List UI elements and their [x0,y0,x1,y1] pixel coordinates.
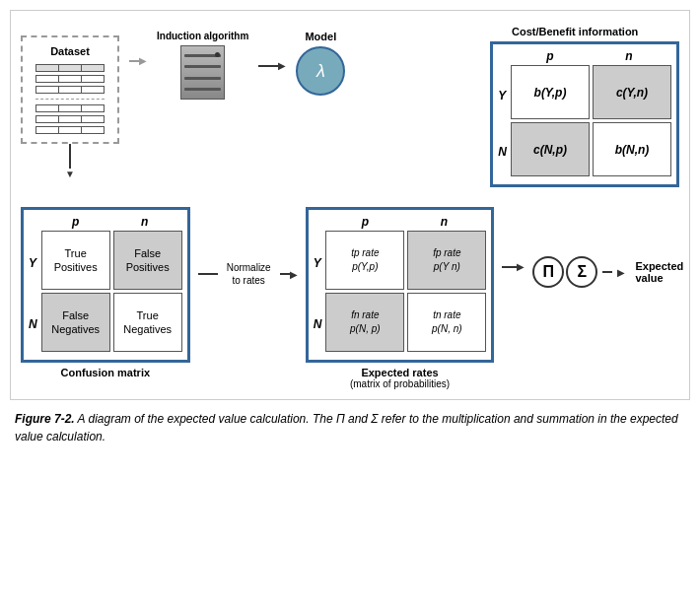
er-tp-prob: p(Y,p) [352,260,378,274]
cb-matrix: Y N p n b(Y,p) c(Y,n) c(N,p) [490,41,679,187]
er-row-1: tp rate p(Y,p) fp rate p(Y n) [325,231,486,290]
cm-row-labels: Y N [29,215,37,355]
dataset-data-row-2 [35,86,105,94]
cb-cell-np: c(N,p) [511,122,590,176]
server-line-3 [184,77,221,80]
er-cell-tp: tp rate p(Y,p) [325,231,404,290]
dataset-box: Dataset [21,35,119,144]
figure-caption: Figure 7-2. A diagram of the expected va… [10,410,690,445]
er-row-labels: Y N [314,215,322,355]
dataset-header-row [35,64,105,72]
er-tp-rate: tp rate [351,246,379,260]
cm-container: Y N p n True Positives False Positives [29,215,182,355]
cb-section: Cost/Benefit information Y N p n b(Y,p) [470,26,679,187]
dataset-data-row-4 [35,115,105,123]
cm-col-labels: p n [41,215,182,229]
cb-row-labels: Y N [498,49,507,179]
cm-row-n: N [29,298,37,352]
confusion-section: Y N p n True Positives False Positives [21,207,190,378]
cb-row-2: c(N,p) b(N,n) [511,122,671,176]
cb-col-p: p [511,49,590,63]
cm-cell-tn: True Negatives [113,293,182,352]
er-subtitle: (matrix of probabilities) [350,378,450,389]
cb-row-label-y: Y [498,68,507,122]
dataset-data-row-5 [35,126,105,134]
cb-col-labels: p n [511,49,671,63]
cb-matrix-container: Y N p n b(Y,p) c(Y,n) c(N,p) [498,49,671,179]
model-circle: λ [296,46,345,96]
model-label: Model [305,31,336,42]
expected-value-label: Expected value [635,260,688,284]
cm-row-y: Y [29,237,37,291]
top-row: Dataset [21,26,679,187]
er-cell-tn: tn rate p(N, n) [407,293,486,352]
er-section: Y N p n tp rate p(Y,p) [306,207,495,389]
server-line-2 [184,65,221,68]
normalize-section: Normalize to rates ▶ [198,207,298,287]
er-fn-rate: fn rate [351,308,379,322]
dashed-arrow-connector: ▶ [129,55,147,66]
er-row-n: N [314,298,322,352]
cb-row-label-n: N [498,124,507,178]
confusion-title: Confusion matrix [61,367,150,378]
er-col-p: p [325,215,404,229]
caption-text: A diagram of the expected value calculat… [15,412,678,443]
er-cell-fn: fn rate p(N, p) [325,293,404,352]
cm-cell-tp: True Positives [41,231,110,290]
er-row-y: Y [314,237,322,291]
cm-col-n: n [110,215,179,229]
server-icon [180,45,225,100]
down-arrow-1: ▼ [65,144,75,179]
cb-col-n: n [590,49,668,63]
confusion-matrix-box: Y N p n True Positives False Positives [21,207,190,363]
induction-label: Induction algorithm [157,31,248,41]
dataset-label: Dataset [50,45,90,57]
cm-grid: p n True Positives False Positives False… [41,215,182,355]
er-title: Expected rates [361,367,438,378]
er-fp-rate: fp rate [433,246,460,260]
diagram-container: Dataset [10,10,690,400]
pi-sigma-section: Π Σ ▶ Expected value [532,207,688,288]
cb-cell-yp: b(Y,p) [511,65,590,119]
arrow-to-pi-sigma: ▶ [502,207,525,272]
er-tn-prob: p(N, n) [432,322,462,336]
figure-label: Figure 7-2. [15,412,75,426]
bottom-row: Y N p n True Positives False Positives [21,207,679,389]
model-box: Model λ [296,31,345,96]
er-grid: p n tp rate p(Y,p) fp rate p(Y n) [325,215,486,355]
cm-col-p: p [41,215,110,229]
dataset-divider [35,99,105,100]
cm-cell-fp: False Positives [113,231,182,290]
cb-row-1: b(Y,p) c(Y,n) [511,65,671,119]
er-matrix-box: Y N p n tp rate p(Y,p) [306,207,495,363]
dataset-data-row-3 [35,104,105,112]
server-line-4 [184,88,221,91]
pi-symbol: Π [532,256,564,288]
arrow-to-model: ▶ [258,60,286,71]
er-container: Y N p n tp rate p(Y,p) [314,215,487,355]
cb-cell-nn: b(N,n) [593,122,671,176]
er-row-2: fn rate p(N, p) tn rate p(N, n) [325,293,486,352]
cm-row-1: True Positives False Positives [41,231,182,290]
induction-box: Induction algorithm [157,31,248,100]
er-fn-prob: p(N, p) [350,322,381,336]
er-tn-rate: tn rate [433,308,460,322]
normalize-label: Normalize to rates [222,261,276,287]
er-col-n: n [404,215,483,229]
cm-cell-fn: False Negatives [41,293,110,352]
cm-row-2: False Negatives True Negatives [41,293,182,352]
er-col-labels: p n [325,215,486,229]
sigma-symbol: Σ [566,256,597,288]
cb-grid: p n b(Y,p) c(Y,n) c(N,p) b(N,n) [511,49,671,179]
pi-sigma-box: Π Σ [532,256,597,288]
er-cell-fp: fp rate p(Y n) [407,231,486,290]
cb-title: Cost/Benefit information [470,26,679,37]
er-fp-prob: p(Y n) [434,260,460,274]
dataset-data-row-1 [35,75,105,83]
cb-cell-yn: c(Y,n) [593,65,671,119]
